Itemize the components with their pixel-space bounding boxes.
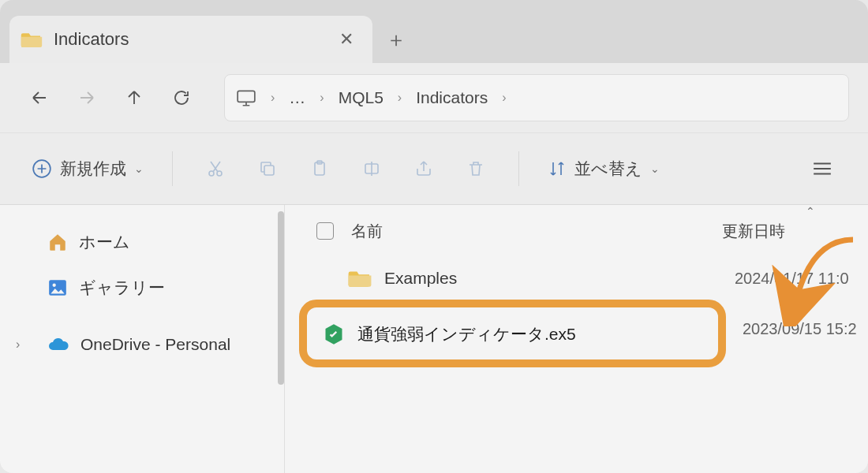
gallery-icon — [47, 277, 68, 298]
plus-circle-icon — [32, 158, 52, 179]
address-bar[interactable]: › … › MQL5 › Indicators › — [224, 74, 849, 121]
home-icon — [47, 232, 68, 252]
sidebar-scrollbar[interactable] — [278, 211, 284, 385]
onedrive-icon — [47, 337, 69, 352]
new-tab-button[interactable]: ＋ — [372, 16, 420, 63]
cut-button[interactable] — [193, 148, 238, 189]
view-menu-button[interactable] — [800, 148, 844, 189]
share-button[interactable] — [402, 148, 446, 189]
file-row-indicator[interactable]: 通貨強弱インディケータ.ex5 — [323, 314, 702, 355]
chevron-down-icon: ⌄ — [650, 162, 660, 175]
column-headers: 名前 更新日時 — [285, 213, 868, 249]
sort-button[interactable]: 並べ替え ⌄ — [540, 148, 668, 189]
sidebar: ホーム ギャラリー › OneDrive - Personal — [0, 205, 284, 473]
sidebar-item-gallery[interactable]: ギャラリー — [0, 265, 284, 311]
delete-button[interactable] — [454, 148, 498, 189]
svg-rect-0 — [238, 91, 255, 102]
new-button[interactable]: 新規作成 ⌄ — [24, 148, 152, 189]
folder-icon — [348, 269, 372, 288]
toolbar: 新規作成 ⌄ 並べ替え ⌄ — [0, 132, 868, 205]
file-list: ⌃ 名前 更新日時 Examples 2024/01/17 11:0 通貨強弱イ… — [284, 205, 868, 473]
file-row-examples[interactable]: Examples 2024/01/17 11:0 — [285, 249, 868, 307]
sidebar-item-home[interactable]: ホーム — [0, 219, 284, 265]
chevron-right-icon[interactable]: › — [16, 337, 20, 352]
ex5-icon — [323, 323, 345, 345]
file-date: 2024/01/17 11:0 — [735, 270, 849, 288]
sort-caret-icon: ⌃ — [806, 205, 815, 218]
select-all-checkbox[interactable] — [316, 222, 334, 240]
file-name: 通貨強弱インディケータ.ex5 — [357, 323, 576, 345]
chevron-right-icon: › — [320, 91, 324, 105]
main-area: ホーム ギャラリー › OneDrive - Personal ⌃ 名前 更新日… — [0, 205, 868, 473]
sidebar-onedrive-label: OneDrive - Personal — [80, 335, 230, 354]
rename-button[interactable] — [350, 148, 394, 189]
column-name[interactable]: 名前 — [351, 221, 698, 242]
file-date: 2023/09/15 15:2 — [743, 320, 857, 338]
sidebar-gallery-label: ギャラリー — [79, 277, 165, 299]
chevron-down-icon: ⌄ — [134, 162, 144, 175]
tab-strip: Indicators ✕ ＋ — [0, 0, 868, 63]
sort-icon — [548, 159, 567, 178]
folder-icon — [21, 31, 43, 48]
up-button[interactable] — [114, 77, 155, 118]
svg-point-9 — [53, 284, 56, 287]
chevron-right-icon: › — [502, 91, 506, 105]
tab-indicators[interactable]: Indicators ✕ — [9, 16, 372, 63]
sort-label: 並べ替え — [574, 158, 642, 180]
tab-title: Indicators — [54, 29, 324, 50]
new-label: 新規作成 — [60, 158, 126, 180]
chevron-right-icon: › — [398, 91, 402, 105]
back-button[interactable] — [19, 77, 60, 118]
pc-icon — [236, 89, 256, 106]
chevron-right-icon: › — [271, 91, 275, 105]
refresh-button[interactable] — [161, 77, 202, 118]
column-date[interactable]: 更新日時 — [722, 221, 785, 242]
forward-button[interactable] — [66, 77, 107, 118]
breadcrumb-indicators[interactable]: Indicators — [416, 88, 488, 107]
file-name: Examples — [384, 269, 457, 288]
close-icon[interactable]: ✕ — [335, 24, 358, 54]
breadcrumb-mql5[interactable]: MQL5 — [339, 88, 383, 107]
nav-bar: › … › MQL5 › Indicators › — [0, 63, 868, 132]
svg-rect-4 — [264, 166, 274, 175]
breadcrumb-ellipsis[interactable]: … — [289, 88, 305, 107]
paste-button[interactable] — [297, 148, 342, 189]
sidebar-item-onedrive[interactable]: › OneDrive - Personal — [0, 322, 284, 367]
copy-button[interactable] — [245, 148, 290, 189]
sidebar-home-label: ホーム — [79, 231, 130, 253]
